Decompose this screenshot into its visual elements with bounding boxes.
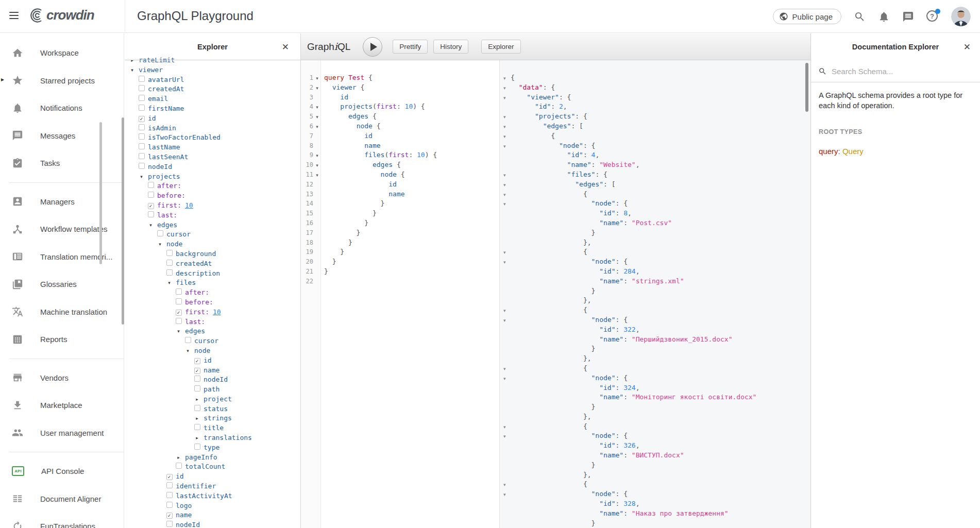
- fold-arrow-icon[interactable]: ▾: [313, 74, 321, 83]
- checkbox-icon[interactable]: [166, 502, 173, 508]
- fold-arrow-icon[interactable]: ▾: [500, 422, 511, 432]
- tree-row-after[interactable]: after:: [125, 288, 300, 298]
- checkbox-icon[interactable]: [194, 444, 200, 450]
- tree-row-avatarurl[interactable]: avatarUrl: [125, 75, 300, 85]
- explorer-toggle-button[interactable]: Explorer: [481, 40, 520, 54]
- checkbox-checked-icon[interactable]: ✓: [194, 358, 200, 364]
- public-page-button[interactable]: Public page: [773, 9, 841, 24]
- explorer-close-icon[interactable]: ✕: [282, 42, 289, 51]
- sidebar-item-tasks[interactable]: Tasks: [0, 149, 124, 177]
- checkbox-icon[interactable]: [176, 298, 182, 304]
- checkbox-icon[interactable]: [166, 260, 173, 266]
- checkbox-icon[interactable]: [176, 318, 182, 324]
- checkbox-icon[interactable]: [139, 133, 145, 140]
- fold-arrow-icon[interactable]: ▾: [500, 258, 511, 267]
- tree-row-node[interactable]: ▾node: [125, 240, 300, 249]
- sidebar-item-messages[interactable]: Messages: [0, 122, 124, 150]
- prettify-button[interactable]: Prettify: [393, 40, 428, 54]
- checkbox-icon[interactable]: [194, 385, 200, 391]
- tree-row-isadmin[interactable]: isAdmin: [125, 124, 300, 133]
- sidebar-item-translation-memori[interactable]: Translation memori...: [0, 243, 124, 271]
- tree-row-createdat[interactable]: createdAt: [125, 259, 300, 269]
- checkbox-icon[interactable]: [139, 76, 145, 82]
- sidebar-item-user-management[interactable]: User management: [0, 419, 124, 447]
- tree-row-projects[interactable]: ▾projects: [125, 172, 300, 182]
- tree-row-nodeid[interactable]: nodeId: [125, 162, 300, 172]
- checkbox-icon[interactable]: [194, 376, 200, 382]
- chevron-down-icon[interactable]: ▾: [184, 346, 191, 356]
- checkbox-icon[interactable]: [166, 269, 173, 276]
- sidebar-item-starred-projects[interactable]: Starred projects: [0, 67, 124, 95]
- fold-arrow-icon[interactable]: ▾: [313, 151, 321, 161]
- tree-row-id[interactable]: ✓id: [125, 356, 300, 366]
- tree-row-last[interactable]: last:: [125, 211, 300, 220]
- tree-row-firstname[interactable]: firstName: [125, 104, 300, 114]
- sidebar-item-glossaries[interactable]: Glossaries: [0, 270, 124, 298]
- argument-value[interactable]: 10: [213, 308, 221, 317]
- fold-arrow-icon[interactable]: ▾: [500, 480, 511, 490]
- user-avatar[interactable]: [951, 7, 971, 26]
- chevron-down-icon[interactable]: ▾: [147, 220, 154, 230]
- checkbox-icon[interactable]: [139, 124, 145, 130]
- fold-arrow-icon[interactable]: ▾: [500, 190, 511, 200]
- tree-row-email[interactable]: email: [125, 94, 300, 104]
- tree-row-identifier[interactable]: identifier: [125, 482, 300, 491]
- checkbox-icon[interactable]: [139, 143, 145, 149]
- sidebar-item-reports[interactable]: Reports: [0, 326, 124, 353]
- fold-arrow-icon[interactable]: ▾: [500, 180, 511, 190]
- fold-arrow-icon[interactable]: ▾: [313, 103, 321, 112]
- checkbox-checked-icon[interactable]: ✓: [148, 203, 154, 209]
- fold-arrow-icon[interactable]: ▾: [500, 112, 511, 122]
- checkbox-checked-icon[interactable]: ✓: [166, 513, 173, 519]
- help-button[interactable]: ?: [926, 10, 939, 23]
- fold-arrow-icon[interactable]: ▾: [500, 83, 511, 93]
- checkbox-icon[interactable]: [148, 192, 154, 198]
- sidebar-scrollbar-thumb[interactable]: [99, 122, 102, 264]
- fold-arrow-icon[interactable]: ▾: [500, 490, 511, 500]
- chevron-down-icon[interactable]: ▾: [175, 327, 182, 336]
- tree-row-createdat[interactable]: createdAt: [125, 84, 300, 94]
- messages-icon[interactable]: [902, 11, 914, 23]
- hamburger-menu-icon[interactable]: [9, 12, 19, 20]
- checkbox-icon[interactable]: [139, 163, 145, 169]
- chevron-right-icon[interactable]: ▸: [194, 414, 200, 423]
- search-icon[interactable]: [854, 11, 866, 23]
- checkbox-icon[interactable]: [139, 85, 145, 91]
- fold-arrow-icon[interactable]: ▾: [500, 316, 511, 326]
- fold-arrow-icon[interactable]: ▾: [500, 74, 511, 83]
- sidebar-item-notifications[interactable]: Notifications: [0, 94, 124, 122]
- chevron-right-icon[interactable]: ▸: [194, 433, 200, 443]
- sidebar-item-funtranslations[interactable]: FunTranslations: [0, 513, 124, 528]
- tree-row-name[interactable]: ✓name: [125, 366, 300, 376]
- history-button[interactable]: History: [433, 40, 468, 54]
- fold-arrow-icon[interactable]: ▾: [500, 93, 511, 103]
- tree-row-logo[interactable]: logo: [125, 501, 300, 511]
- explorer-scrollbar-thumb[interactable]: [122, 117, 124, 325]
- tree-row-istwofactorenabled[interactable]: isTwoFactorEnabled: [125, 133, 300, 143]
- fold-arrow-icon[interactable]: ▾: [500, 374, 511, 384]
- fold-arrow-icon[interactable]: ▾: [500, 248, 511, 258]
- fold-arrow-icon[interactable]: ▾: [313, 171, 321, 180]
- checkbox-icon[interactable]: [139, 153, 145, 159]
- tree-row-id[interactable]: ✓id: [125, 114, 300, 124]
- checkbox-checked-icon[interactable]: ✓: [194, 368, 200, 374]
- fold-arrow-icon[interactable]: ▾: [313, 83, 321, 93]
- chevron-down-icon[interactable]: ▾: [129, 65, 136, 75]
- fold-arrow-icon[interactable]: ▾: [500, 306, 511, 316]
- fold-arrow-icon[interactable]: ▾: [313, 122, 321, 132]
- fold-arrow-icon[interactable]: ▾: [313, 112, 321, 122]
- tree-row-type[interactable]: type: [125, 443, 300, 453]
- checkbox-checked-icon[interactable]: ✓: [139, 116, 145, 122]
- tree-row-lastseenat[interactable]: lastSeenAt: [125, 152, 300, 162]
- sidebar-item-machine-translation[interactable]: Machine translation: [0, 298, 124, 326]
- chevron-right-icon[interactable]: ▸: [175, 453, 182, 463]
- sidebar-item-marketplace[interactable]: Marketplace: [0, 391, 124, 419]
- checkbox-icon[interactable]: [166, 492, 173, 498]
- sidebar-item-workflow-templates[interactable]: Workflow templates: [0, 215, 124, 243]
- checkbox-icon[interactable]: [166, 482, 173, 488]
- sidebar-item-workspace[interactable]: Workspace: [0, 39, 124, 67]
- checkbox-checked-icon[interactable]: ✓: [176, 310, 182, 316]
- checkbox-icon[interactable]: [157, 230, 163, 236]
- argument-value[interactable]: 10: [185, 201, 193, 211]
- checkbox-icon[interactable]: [194, 424, 200, 430]
